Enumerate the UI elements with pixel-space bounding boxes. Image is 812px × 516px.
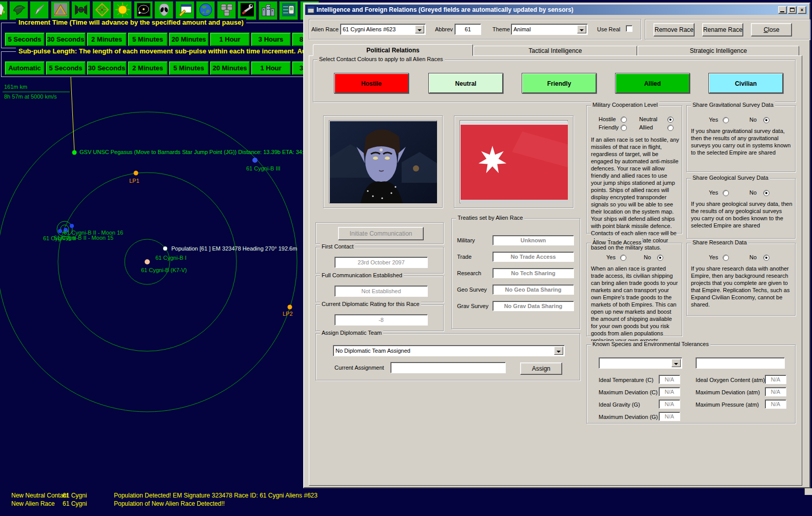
design-window-icon-button[interactable] — [175, 1, 194, 20]
subpulse-1h-button[interactable]: 1 Hour — [251, 61, 291, 75]
lp2-dot[interactable] — [288, 305, 292, 310]
log-row-system: 61 Cygni — [63, 492, 87, 499]
chevron-down-icon[interactable] — [415, 25, 424, 33]
coop-neutral-radio[interactable] — [667, 117, 674, 123]
wrench-icon-button[interactable] — [237, 1, 256, 20]
alien-ship-icon-button[interactable] — [9, 1, 28, 20]
increment-30s-button[interactable]: 30 Seconds — [46, 32, 86, 46]
targeting-compass-icon-button[interactable] — [92, 1, 111, 20]
fuel-barrels-icon-button[interactable] — [217, 1, 236, 20]
increment-5s-button[interactable]: 5 Seconds — [5, 32, 45, 46]
allow-trade-yes-radio[interactable] — [620, 255, 626, 261]
coop-hostile-radio[interactable] — [621, 117, 627, 123]
share-grav-yes-label: Yes — [709, 117, 718, 123]
window-title-bar[interactable]: Intelligence and Foreign Relations (Grey… — [305, 5, 808, 15]
chevron-down-icon[interactable] — [671, 359, 681, 367]
increment-2m-button[interactable]: 2 Minutes — [87, 32, 127, 46]
use-real-label: Use Real — [597, 26, 620, 32]
chevron-down-icon[interactable] — [554, 347, 563, 355]
tolerances-title: Known Species and Environmental Toleranc… — [591, 341, 710, 347]
alien-race-value: 61 Cygni Aliens #623 — [343, 26, 395, 32]
increment-3h-button[interactable]: 3 Hours — [251, 32, 291, 46]
alien-ship-icon — [12, 3, 26, 17]
close-window-button[interactable]: × — [798, 6, 806, 14]
share-geo-yes-radio[interactable] — [723, 190, 729, 196]
subpulse-2m-button[interactable]: 2 Minutes — [128, 61, 168, 75]
dart-ship-icon-button[interactable] — [30, 1, 49, 20]
share-grav-title: Share Gravitational Survey Data — [691, 102, 775, 108]
sun-icon-button[interactable] — [113, 1, 132, 20]
subpulse-5m-button[interactable]: 5 Minutes — [169, 61, 209, 75]
flag-image — [461, 121, 568, 203]
share-research-no-radio[interactable] — [763, 255, 769, 261]
star-dot[interactable] — [145, 259, 150, 264]
minimize-button[interactable] — [778, 6, 787, 14]
maximize-button[interactable] — [788, 6, 797, 14]
subpulse-5s-button[interactable]: 5 Seconds — [46, 61, 86, 75]
rocket-icon-button[interactable] — [0, 1, 8, 20]
subpulse-30s-button[interactable]: 30 Seconds — [87, 61, 127, 75]
intelligence-window: Intelligence and Foreign Relations (Grey… — [303, 3, 810, 488]
diplomatic-team-select[interactable]: No Diplomatic Team Assigned — [333, 345, 565, 356]
military-cooperation-description: If an alien race is set to hostile, any … — [591, 136, 679, 251]
wrench-icon — [240, 3, 254, 17]
initiate-communication-button[interactable]: Initiate Communication — [338, 227, 424, 240]
fighter-icon-button[interactable] — [71, 1, 90, 20]
alien-head-icon-button[interactable] — [154, 1, 173, 20]
allow-trade-no-radio[interactable] — [657, 255, 663, 261]
pyramid-icon-button[interactable] — [51, 1, 70, 20]
contact-colours-groupbox: Select Contact Colours to apply to all A… — [313, 60, 796, 102]
share-grav-no-radio[interactable] — [763, 117, 769, 123]
treaty-label: Trade — [457, 254, 471, 260]
assign-button[interactable]: Assign — [520, 362, 562, 375]
chevron-down-icon[interactable] — [577, 25, 586, 33]
coop-allied-radio[interactable] — [667, 125, 674, 131]
tab-political-relations[interactable]: Political Relations — [313, 44, 473, 56]
full-communication-value: Not Established — [334, 285, 428, 297]
theme-value: Animal — [513, 26, 531, 32]
increment-5m-button[interactable]: 5 Minutes — [128, 32, 168, 46]
alien-race-select[interactable]: 61 Cygni Aliens #623 — [340, 24, 426, 35]
share-research-yes-radio[interactable] — [723, 255, 729, 261]
lp1-dot[interactable] — [134, 171, 138, 176]
share-geo-no-radio[interactable] — [763, 190, 769, 196]
map-scale-time: 8h 57m at 5000 km/s — [4, 93, 57, 100]
abbrev-input[interactable]: 61 — [454, 24, 481, 35]
neutral-colour-button[interactable]: Neutral — [428, 73, 503, 93]
theme-select[interactable]: Animal — [511, 24, 588, 35]
civilian-colour-button[interactable]: Civilian — [708, 73, 783, 93]
ship-contact-dot[interactable] — [72, 150, 77, 155]
friendly-colour-button[interactable]: Friendly — [522, 73, 597, 93]
coop-allied-label: Allied — [639, 124, 653, 130]
allied-colour-button[interactable]: Allied — [615, 73, 690, 93]
tab-tactical-intelligence[interactable]: Tactical Intelligence — [473, 46, 637, 56]
city-buildings-icon-button[interactable] — [259, 1, 278, 20]
increment-1h-button[interactable]: 1 Hour — [210, 32, 250, 46]
subpulse-auto-button[interactable]: Automatic — [5, 61, 45, 75]
hostile-colour-button[interactable]: Hostile — [334, 73, 409, 93]
current-assignment-input[interactable] — [390, 362, 506, 373]
coop-friendly-radio[interactable] — [621, 125, 627, 131]
first-contact-title: First Contact — [320, 243, 355, 250]
moon16-dot[interactable] — [70, 224, 74, 228]
increment-20m-button[interactable]: 20 Minutes — [169, 32, 209, 46]
circuit-device-icon-button[interactable] — [279, 1, 298, 20]
pyramid-icon — [53, 3, 68, 17]
subpulse-20m-button[interactable]: 20 Minutes — [210, 61, 250, 75]
use-real-checkbox[interactable] — [626, 25, 632, 32]
lp2-label: LP2 — [283, 311, 293, 317]
window-title: Intelligence and Foreign Relations (Grey… — [316, 6, 573, 13]
remove-race-button[interactable]: Remove Race — [653, 23, 695, 36]
design-window-icon — [178, 3, 192, 17]
planet3-dot[interactable] — [252, 158, 258, 163]
tab-strategic-intelligence[interactable]: Strategic Intelligence — [638, 46, 799, 56]
species-name-input[interactable] — [696, 357, 785, 369]
earth-globe-icon-button[interactable] — [196, 1, 215, 20]
close-button[interactable]: Close — [751, 23, 792, 36]
species-select[interactable] — [599, 357, 682, 369]
rename-race-button[interactable]: Rename Race — [702, 23, 743, 36]
system-display-icon-button[interactable] — [134, 1, 153, 20]
moon15-dot[interactable] — [58, 229, 62, 233]
share-grav-yes-radio[interactable] — [723, 117, 729, 123]
population-dot[interactable] — [163, 246, 167, 251]
